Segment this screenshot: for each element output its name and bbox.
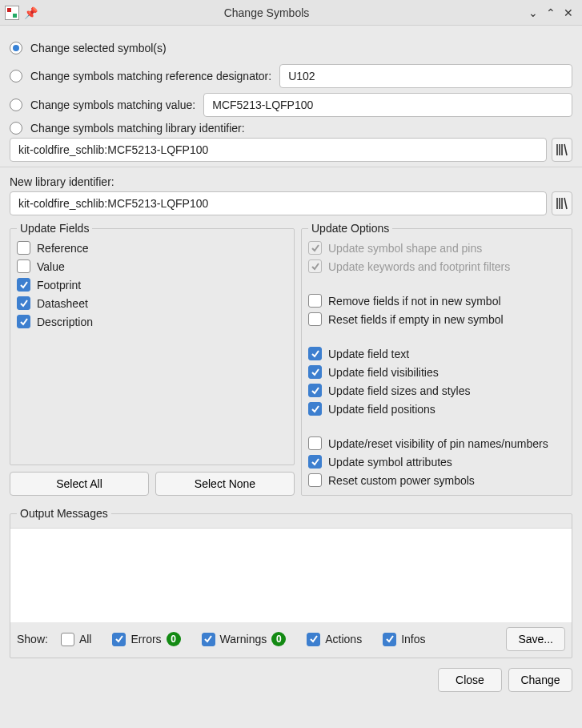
check-reset-power-label: Reset custom power symbols xyxy=(328,474,475,487)
check-show-actions[interactable] xyxy=(307,633,320,646)
new-libid-label: New library identifier: xyxy=(10,175,572,188)
library-browser-button-2[interactable] xyxy=(552,191,572,215)
check-remove-fields[interactable] xyxy=(308,294,322,308)
check-show-all[interactable] xyxy=(61,633,74,646)
radio-match-libid[interactable] xyxy=(10,122,22,135)
titlebar: 📌 Change Symbols ⌄ ⌃ ✕ xyxy=(0,0,582,26)
errors-count-badge: 0 xyxy=(167,632,181,646)
check-reference-label: Reference xyxy=(37,242,89,255)
window-title: Change Symbols xyxy=(9,6,524,19)
warnings-count-badge: 0 xyxy=(271,632,286,646)
check-show-warnings[interactable] xyxy=(202,633,215,646)
radio-match-value[interactable] xyxy=(10,99,22,111)
check-datasheet-label: Datasheet xyxy=(37,297,88,310)
show-all-label: All xyxy=(79,633,92,646)
select-none-button[interactable]: Select None xyxy=(155,472,295,496)
check-update-attrs[interactable] xyxy=(308,455,322,469)
update-options-legend: Update Options xyxy=(308,222,392,235)
check-show-errors[interactable] xyxy=(112,633,126,646)
app-icon xyxy=(5,6,19,20)
library-browser-button-1[interactable] xyxy=(552,138,572,162)
radio-match-value-label: Change symbols matching value: xyxy=(30,99,195,111)
update-fields-group: Update Fields Reference Value Footprint xyxy=(10,222,295,465)
check-update-pin-names-label: Update/reset visibility of pin names/num… xyxy=(328,437,548,450)
new-libid-input[interactable] xyxy=(10,191,547,215)
show-actions-label: Actions xyxy=(325,633,362,646)
check-update-attrs-label: Update symbol attributes xyxy=(328,456,452,469)
check-value[interactable] xyxy=(17,259,30,273)
output-messages-group: Output Messages Show: All Errors 0 Warni… xyxy=(10,507,572,658)
select-all-button[interactable]: Select All xyxy=(10,472,149,496)
show-errors-label: Errors xyxy=(130,633,161,646)
check-reset-power[interactable] xyxy=(308,473,322,487)
maximize-button[interactable]: ⌃ xyxy=(542,6,560,19)
dialog-content: Change selected symbol(s) Change symbols… xyxy=(0,26,582,700)
value-input[interactable] xyxy=(203,93,572,117)
check-value-label: Value xyxy=(37,260,65,273)
check-update-vis-label: Update field visibilities xyxy=(328,366,439,379)
check-update-text-label: Update field text xyxy=(328,348,409,360)
show-label: Show: xyxy=(17,633,48,646)
check-update-shape-label: Update symbol shape and pins xyxy=(328,242,482,255)
check-update-shape xyxy=(308,241,322,255)
check-description[interactable] xyxy=(17,315,30,328)
check-datasheet[interactable] xyxy=(17,296,30,310)
check-update-keywords-label: Update keywords and footprint filters xyxy=(328,260,510,273)
check-footprint[interactable] xyxy=(17,278,30,292)
radio-change-selected[interactable] xyxy=(10,42,22,54)
minimize-button[interactable]: ⌄ xyxy=(524,6,542,19)
library-icon xyxy=(556,143,568,156)
check-update-size-label: Update field sizes and styles xyxy=(328,384,470,397)
libid-input[interactable] xyxy=(10,138,547,162)
update-fields-legend: Update Fields xyxy=(17,222,92,235)
check-footprint-label: Footprint xyxy=(37,279,81,292)
divider xyxy=(0,167,582,167)
check-remove-fields-label: Remove fields if not in new symbol xyxy=(328,295,501,308)
refdes-input[interactable] xyxy=(279,64,572,88)
check-update-keywords xyxy=(308,259,322,273)
check-update-size[interactable] xyxy=(308,384,322,397)
check-reset-empty-label: Reset fields if empty in new symbol xyxy=(328,313,504,326)
radio-match-refdes[interactable] xyxy=(10,70,22,82)
show-warnings-label: Warnings xyxy=(220,633,267,646)
output-messages-area[interactable] xyxy=(10,528,572,622)
check-description-label: Description xyxy=(37,316,93,328)
close-button[interactable]: Close xyxy=(438,668,502,692)
radio-change-selected-label: Change selected symbol(s) xyxy=(30,42,167,54)
check-update-pos-label: Update field positions xyxy=(328,403,435,416)
close-window-button[interactable]: ✕ xyxy=(560,6,577,19)
radio-match-refdes-label: Change symbols matching reference design… xyxy=(30,70,271,82)
radio-match-libid-label: Change symbols matching library identifi… xyxy=(30,122,245,135)
update-options-group: Update Options Update symbol shape and p… xyxy=(301,222,572,496)
change-button[interactable]: Change xyxy=(508,668,572,692)
output-messages-legend: Output Messages xyxy=(17,507,111,520)
library-icon xyxy=(556,197,568,210)
check-update-pin-names[interactable] xyxy=(308,436,322,450)
check-show-infos[interactable] xyxy=(383,633,396,646)
check-update-pos[interactable] xyxy=(308,402,322,416)
show-infos-label: Infos xyxy=(401,633,425,646)
check-reset-empty[interactable] xyxy=(308,312,322,326)
check-update-vis[interactable] xyxy=(308,365,322,379)
save-button[interactable]: Save... xyxy=(506,627,565,651)
check-update-text[interactable] xyxy=(308,347,322,360)
check-reference[interactable] xyxy=(17,241,30,255)
